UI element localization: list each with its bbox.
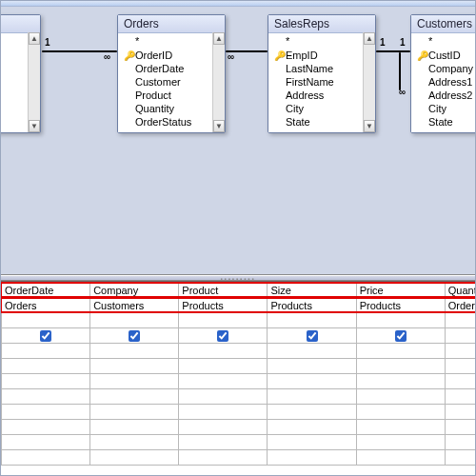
- grid-cell[interactable]: [2, 374, 90, 389]
- scroll-down-icon[interactable]: ▼: [364, 120, 375, 132]
- grid-cell[interactable]: Product: [179, 283, 268, 298]
- show-checkbox[interactable]: [129, 330, 140, 342]
- grid-cell[interactable]: Orders: [445, 298, 475, 313]
- grid-cell[interactable]: [356, 420, 445, 435]
- scrollbar[interactable]: ▲ ▼: [28, 32, 40, 132]
- grid-cell[interactable]: [90, 313, 179, 328]
- grid-cell[interactable]: [268, 328, 356, 344]
- grid-cell[interactable]: [90, 435, 179, 450]
- table-orders[interactable]: Orders * 🔑OrderID OrderDate Customer Pro…: [117, 14, 226, 133]
- grid-cell[interactable]: [179, 420, 268, 435]
- grid-cell[interactable]: [356, 374, 445, 389]
- grid-cell[interactable]: [445, 344, 475, 359]
- grid-cell[interactable]: [179, 359, 268, 374]
- field-state[interactable]: State: [411, 115, 475, 129]
- grid-cell[interactable]: [356, 313, 445, 328]
- grid-cell[interactable]: OrderDate: [2, 283, 90, 298]
- field-orderstatus[interactable]: OrderStatus: [118, 115, 225, 129]
- grid-cell[interactable]: [268, 313, 356, 328]
- scroll-up-icon[interactable]: ▲: [29, 32, 40, 45]
- grid-cell[interactable]: [179, 328, 268, 344]
- field-product[interactable]: Product: [118, 89, 225, 102]
- field-orderdate[interactable]: OrderDate: [118, 62, 225, 75]
- scrollbar[interactable]: ▲ ▼: [212, 32, 225, 132]
- scroll-down-icon[interactable]: ▼: [29, 120, 40, 132]
- field-address1[interactable]: Address1: [411, 75, 475, 89]
- grid-cell[interactable]: [90, 344, 179, 359]
- grid-cell[interactable]: Quantity: [445, 283, 475, 298]
- field-address2[interactable]: Address2: [411, 89, 475, 102]
- grid-cell[interactable]: Orders: [2, 298, 90, 313]
- relationship-line[interactable]: [376, 50, 410, 52]
- grid-cell[interactable]: [356, 359, 445, 374]
- grid-cell[interactable]: [356, 435, 445, 450]
- field-company[interactable]: Company: [411, 62, 475, 75]
- field-star[interactable]: *: [268, 35, 375, 49]
- grid-cell[interactable]: [179, 435, 268, 450]
- grid-cell[interactable]: [2, 450, 90, 466]
- grid-cell[interactable]: Products: [179, 298, 268, 313]
- grid-cell[interactable]: [179, 405, 268, 420]
- grid-cell[interactable]: [445, 450, 475, 466]
- grid-cell[interactable]: [179, 344, 268, 359]
- table-customers[interactable]: Customers * 🔑CustID Company Address1 Add…: [410, 14, 475, 133]
- grid-cell[interactable]: [356, 344, 445, 359]
- grid-cell[interactable]: [179, 313, 268, 328]
- grid-cell[interactable]: [90, 374, 179, 389]
- field-state[interactable]: State: [268, 115, 375, 129]
- grid-cell[interactable]: [445, 359, 475, 374]
- grid-cell[interactable]: [268, 435, 356, 450]
- scroll-up-icon[interactable]: ▲: [364, 32, 375, 45]
- grid-cell[interactable]: [90, 359, 179, 374]
- show-checkbox[interactable]: [217, 330, 228, 342]
- grid-cell[interactable]: [2, 405, 90, 420]
- grid-cell[interactable]: [268, 344, 356, 359]
- show-checkbox[interactable]: [307, 330, 318, 342]
- grid-cell[interactable]: Products: [356, 298, 445, 313]
- grid-cell[interactable]: [356, 405, 445, 420]
- grid-cell[interactable]: [268, 450, 356, 466]
- grid-cell[interactable]: [2, 359, 90, 374]
- grid-cell[interactable]: [90, 389, 179, 405]
- grid-cell[interactable]: [2, 435, 90, 450]
- field-star[interactable]: *: [411, 35, 475, 49]
- grid-cell[interactable]: [356, 389, 445, 405]
- grid-cell[interactable]: Price: [356, 283, 445, 298]
- scroll-up-icon[interactable]: ▲: [213, 32, 225, 45]
- grid-cell[interactable]: [2, 328, 90, 344]
- field-lastname[interactable]: LastName: [268, 62, 375, 75]
- grid-cell[interactable]: Customers: [90, 298, 179, 313]
- grid-cell[interactable]: [2, 313, 90, 328]
- field-custid[interactable]: 🔑CustID: [411, 49, 475, 62]
- field-orderid[interactable]: 🔑OrderID: [118, 49, 225, 62]
- grid-cell[interactable]: [90, 405, 179, 420]
- grid-cell[interactable]: Products: [268, 298, 356, 313]
- field-customer[interactable]: Customer: [118, 75, 225, 89]
- grid-cell[interactable]: [179, 450, 268, 466]
- grid-cell[interactable]: [2, 389, 90, 405]
- grid-cell[interactable]: [445, 374, 475, 389]
- grid-cell[interactable]: [356, 328, 445, 344]
- field-star[interactable]: *: [118, 35, 225, 49]
- grid-cell[interactable]: [90, 420, 179, 435]
- relationship-line[interactable]: [399, 52, 401, 90]
- grid-cell[interactable]: [356, 450, 445, 466]
- field-firstname[interactable]: FirstName: [268, 75, 375, 89]
- show-checkbox[interactable]: [40, 330, 51, 342]
- grid-cell[interactable]: [268, 389, 356, 405]
- grid-cell[interactable]: Size: [268, 283, 356, 298]
- grid-cell[interactable]: [2, 420, 90, 435]
- scrollbar[interactable]: ▲ ▼: [363, 32, 375, 132]
- grid-cell[interactable]: [2, 344, 90, 359]
- diagram-pane[interactable]: Products * 🔑SKU Product Size Price Cost …: [1, 7, 475, 275]
- field-city[interactable]: City: [411, 102, 475, 115]
- field-address[interactable]: Address: [268, 89, 375, 102]
- field-city[interactable]: City: [268, 102, 375, 115]
- grid-cell[interactable]: [445, 405, 475, 420]
- grid-cell[interactable]: [179, 389, 268, 405]
- field-quantity[interactable]: Quantity: [118, 102, 225, 115]
- grid-cell[interactable]: [268, 374, 356, 389]
- grid-cell[interactable]: [445, 420, 475, 435]
- grid-cell[interactable]: [268, 359, 356, 374]
- table-salesreps[interactable]: SalesReps * 🔑EmpID LastName FirstName Ad…: [268, 14, 376, 133]
